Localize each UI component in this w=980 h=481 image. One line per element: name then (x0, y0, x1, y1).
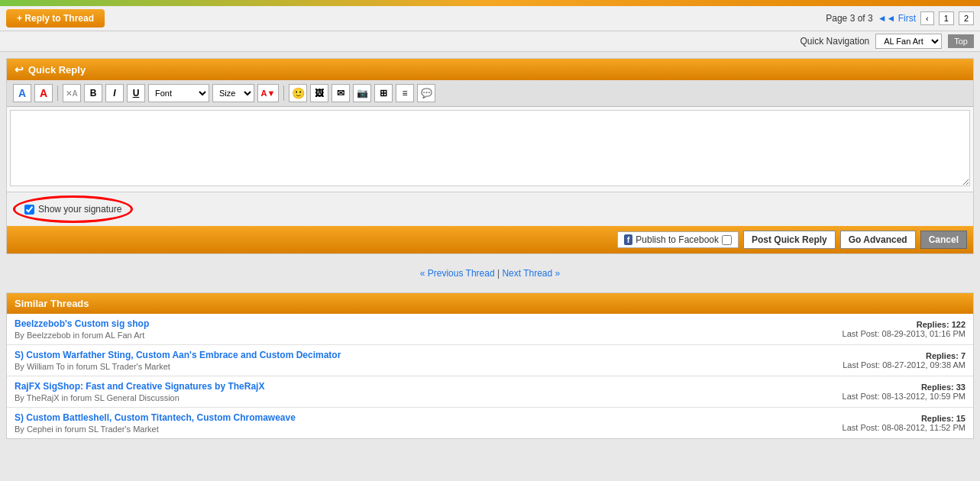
similar-threads-list: Beelzzebob's Custom sig shop By Beelzzeb… (7, 314, 973, 438)
reply-to-thread-button[interactable]: Reply to Thread (6, 9, 105, 27)
thread-info-2: RajFX SigShop: Fast and Creative Signatu… (15, 381, 264, 402)
thread-subtitle-1: By William To in forum SL Trader's Marke… (15, 362, 341, 371)
page-2-button[interactable]: 2 (959, 11, 974, 25)
quick-reply-container: ↩ Quick Reply A A ✕A B I U Font Arial Ti… (6, 58, 974, 254)
next-thread-link[interactable]: Next Thread » (502, 268, 560, 279)
quick-nav-select[interactable]: AL Fan Art (875, 34, 942, 49)
thread-subtitle-0: By Beelzzebob in forum AL Fan Art (15, 331, 149, 340)
underline-button[interactable]: U (127, 84, 145, 102)
top-button[interactable]: Top (948, 34, 974, 48)
page-1-button[interactable]: 1 (939, 11, 954, 25)
quick-nav-bar: Quick Navigation AL Fan Art Top (0, 31, 980, 52)
editor-toolbar: A A ✕A B I U Font Arial Times New Roman … (7, 80, 973, 107)
reply-textarea[interactable] (10, 110, 970, 186)
thread-lastpost-3: Last Post: 08-08-2012, 11:52 PM (828, 423, 965, 432)
action-buttons-row: f Publish to Facebook Post Quick Reply G… (7, 226, 973, 253)
thread-title-0[interactable]: Beelzzebob's Custom sig shop (15, 318, 149, 329)
thread-info-3: S) Custom Battleshell, Custom Titantech,… (15, 412, 296, 434)
font-size-increase-button[interactable]: A (13, 84, 31, 102)
thread-row: S) Custom Warfather Sting, Custom Aan's … (7, 345, 973, 376)
facebook-icon: f (624, 234, 633, 245)
thread-row: RajFX SigShop: Fast and Creative Signatu… (7, 376, 973, 408)
thread-lastpost-2: Last Post: 08-13-2012, 10:59 PM (828, 392, 965, 401)
signature-highlight: Show your signature (13, 195, 133, 223)
first-page-link[interactable]: ◄◄ First (878, 13, 916, 24)
previous-thread-link[interactable]: « Previous Thread (420, 268, 495, 279)
thread-replies-1: Replies: 7 (828, 351, 965, 360)
pagination-area: Page 3 of 3 ◄◄ First ‹ 1 2 (826, 11, 974, 25)
quick-nav-label: Quick Navigation (800, 36, 870, 47)
font-select[interactable]: Font Arial Times New Roman Courier New (148, 84, 209, 102)
thread-title-2[interactable]: RajFX SigShop: Fast and Creative Signatu… (15, 381, 264, 392)
similar-threads-header: Similar Threads (7, 293, 973, 314)
signature-checkbox[interactable] (24, 205, 34, 215)
emoji-button[interactable]: 🙂 (289, 84, 307, 102)
thread-info-1: S) Custom Warfather Sting, Custom Aan's … (15, 350, 341, 371)
thread-subtitle-2: By TheRajX in forum SL General Discussio… (15, 393, 264, 402)
remove-format-button[interactable]: ✕A (63, 84, 81, 102)
italic-button[interactable]: I (105, 84, 124, 102)
thread-replies-3: Replies: 15 (828, 414, 965, 423)
publish-to-facebook-wrapper: f Publish to Facebook (617, 231, 739, 248)
quote-button[interactable]: 💬 (417, 84, 435, 102)
page-prev-button[interactable]: ‹ (920, 11, 934, 25)
email-button[interactable]: ✉ (332, 84, 350, 102)
thread-meta-3: Replies: 15 Last Post: 08-08-2012, 11:52… (828, 414, 965, 432)
signature-label: Show your signature (38, 204, 121, 215)
thread-row: Beelzzebob's Custom sig shop By Beelzzeb… (7, 314, 973, 345)
photo-button[interactable]: 📷 (353, 84, 371, 102)
quick-reply-title: Quick Reply (28, 64, 86, 76)
editor-footer: Show your signature (7, 192, 973, 226)
size-select[interactable]: Size 1234 (212, 84, 254, 102)
thread-lastpost-1: Last Post: 08-27-2012, 09:38 AM (828, 360, 965, 370)
thread-title-1[interactable]: S) Custom Warfather Sting, Custom Aan's … (15, 350, 341, 360)
toolbar-separator-1 (57, 86, 58, 101)
thread-replies-0: Replies: 122 (828, 320, 965, 329)
thread-replies-2: Replies: 33 (828, 383, 965, 392)
thread-meta-1: Replies: 7 Last Post: 08-27-2012, 09:38 … (828, 351, 965, 370)
page-info: Page 3 of 3 (826, 13, 872, 24)
thread-row: S) Custom Battleshell, Custom Titantech,… (7, 408, 973, 438)
reply-icon: ↩ (15, 63, 24, 76)
similar-threads-section: Similar Threads Beelzzebob's Custom sig … (6, 292, 974, 439)
go-advanced-button[interactable]: Go Advanced (840, 231, 916, 249)
editor-area (7, 107, 973, 192)
thread-meta-2: Replies: 33 Last Post: 08-13-2012, 10:59… (828, 383, 965, 401)
font-size-decrease-button[interactable]: A (34, 84, 53, 102)
font-color-button[interactable]: A▼ (257, 84, 279, 102)
bold-button[interactable]: B (84, 84, 102, 102)
top-image-strip (0, 0, 980, 6)
thread-subtitle-3: By Cephei in forum SL Trader's Market (15, 425, 296, 434)
image-button[interactable]: 🖼 (310, 84, 328, 102)
cancel-button[interactable]: Cancel (920, 231, 967, 249)
publish-facebook-checkbox[interactable] (722, 235, 732, 245)
top-bar: Reply to Thread Page 3 of 3 ◄◄ First ‹ 1… (0, 6, 980, 31)
thread-info-0: Beelzzebob's Custom sig shop By Beelzzeb… (15, 318, 149, 340)
table-button[interactable]: ⊞ (374, 84, 393, 102)
thread-title-3[interactable]: S) Custom Battleshell, Custom Titantech,… (15, 412, 296, 423)
toolbar-separator-2 (283, 86, 284, 101)
thread-navigation: « Previous Thread | Next Thread » (0, 260, 980, 286)
thread-meta-0: Replies: 122 Last Post: 08-29-2013, 01:1… (828, 320, 965, 338)
post-quick-reply-button[interactable]: Post Quick Reply (743, 231, 836, 249)
publish-facebook-label: Publish to Facebook (636, 234, 719, 245)
list-button[interactable]: ≡ (396, 84, 414, 102)
quick-reply-header: ↩ Quick Reply (7, 59, 973, 80)
thread-lastpost-0: Last Post: 08-29-2013, 01:16 PM (828, 329, 965, 338)
